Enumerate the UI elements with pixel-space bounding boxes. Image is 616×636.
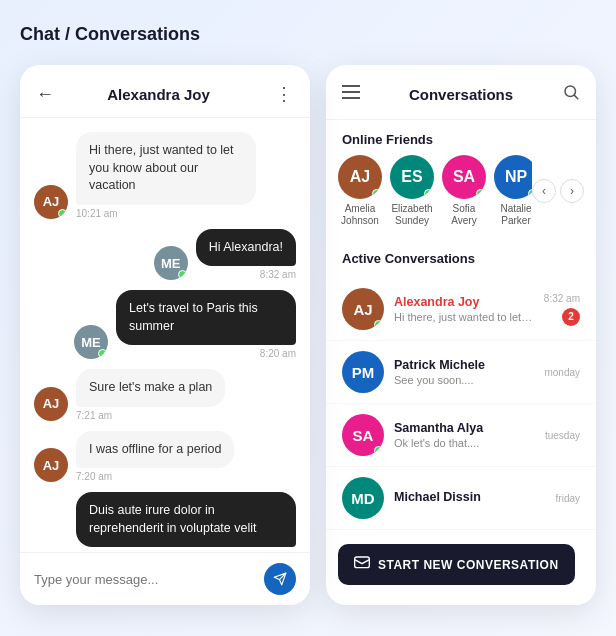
bubble-text: Hi there, just wanted to let you know ab… [76,132,256,205]
conv-time: tuesday [545,430,580,441]
online-friends-label: Online Friends [326,120,596,155]
prev-arrow[interactable]: ‹ [532,179,556,203]
bubble-text: I was offline for a period [76,431,234,469]
conv-meta: tuesday [545,430,580,441]
conv-preview: See you soon.... [394,374,534,386]
conv-time: monday [544,367,580,378]
conv-info: Alexandra Joy Hi there, just wanted to l… [394,295,534,323]
bubble-text: Hi Alexandra! [196,229,296,267]
message-bubble-sent-long: Duis aute irure dolor in reprehenderit i… [76,492,296,547]
start-conv-label: START NEW CONVERSATION [378,558,559,572]
message-time: 10:21 am [76,208,256,219]
conv-avatar: SA [342,414,384,456]
send-button[interactable] [264,563,296,595]
avatar: AJ [34,448,68,482]
conv-name: Samantha Alya [394,421,535,435]
unread-badge: 2 [562,308,580,326]
conversation-item[interactable]: AJ Alexandra Joy Hi there, just wanted t… [326,278,596,341]
friend-item[interactable]: SA SofiaAvery [442,155,486,227]
start-conversation-button[interactable]: START NEW CONVERSATION [338,544,575,585]
conv-name: Michael Dissin [394,490,546,504]
message-row: AJ Hi there, just wanted to let you know… [34,132,296,219]
message-row: AJ Sure let's make a plan 7:21 am [34,369,296,421]
online-dot [424,189,433,198]
bubble-text: Duis aute irure dolor in reprehenderit i… [76,492,296,547]
conv-avatar: MD [342,477,384,519]
conv-meta: friday [556,493,580,504]
avatar: ME [74,325,108,359]
message-bubble-sent: Let's travel to Paris this summer 8:20 a… [116,290,296,359]
conversations-header: Conversations [326,65,596,120]
active-conversations-list: AJ Alexandra Joy Hi there, just wanted t… [326,274,596,534]
chat-menu-button[interactable]: ⋮ [275,83,294,105]
conversation-item[interactable]: MD Michael Dissin friday [326,467,596,530]
message-bubble-received: Hi there, just wanted to let you know ab… [76,132,256,219]
online-dot [374,446,383,455]
conversation-item[interactable]: PM Patrick Michele See you soon.... mond… [326,341,596,404]
message-row: Duis aute irure dolor in reprehenderit i… [34,492,296,547]
friend-item[interactable]: AJ AmeliaJohnson [338,155,382,227]
conv-info: Michael Dissin [394,490,546,506]
avatar: AJ [34,387,68,421]
chat-panel: ← Alexandra Joy ⋮ AJ Hi there, just want… [20,65,310,605]
conv-preview: Hi there, just wanted to let you know...… [394,311,534,323]
conversations-title: Conversations [360,86,562,103]
conv-info: Patrick Michele See you soon.... [394,358,534,386]
search-button[interactable] [562,83,580,105]
conversation-item[interactable]: SA Samantha Alya Ok let's do that.... tu… [326,404,596,467]
online-friends-list: AJ AmeliaJohnson ES ElizabethSundey [334,155,532,227]
hamburger-button[interactable] [342,85,360,103]
friend-item[interactable]: NP NatalieParker [494,155,532,227]
online-dot [372,189,381,198]
message-row: Let's travel to Paris this summer 8:20 a… [34,290,296,359]
online-indicator [58,209,67,218]
friend-avatar: NP [494,155,532,199]
page-background: Chat / Conversations ← Alexandra Joy ⋮ A… [0,0,616,636]
message-time: 8:32 am [260,269,296,280]
conversations-body: Online Friends AJ AmeliaJohnson [326,120,596,605]
next-arrow[interactable]: › [560,179,584,203]
online-dot [374,320,383,329]
friend-name: ElizabethSundey [391,203,432,227]
conv-meta: monday [544,367,580,378]
message-time: 7:21 am [76,410,225,421]
page-title: Chat / Conversations [20,24,596,45]
message-bubble-received: Sure let's make a plan 7:21 am [76,369,225,421]
friend-name: NatalieParker [500,203,531,227]
conv-info: Samantha Alya Ok let's do that.... [394,421,535,449]
online-indicator [178,270,187,279]
conv-time: friday [556,493,580,504]
friend-name: AmeliaJohnson [341,203,379,227]
back-button[interactable]: ← [36,84,54,105]
conv-avatar: PM [342,351,384,393]
panels-container: ← Alexandra Joy ⋮ AJ Hi there, just want… [20,65,596,605]
online-indicator [98,349,107,358]
message-time: 7:20 am [76,471,234,482]
online-dot [528,189,532,198]
message-row: Hi Alexandra! 8:32 am ME [34,229,296,281]
message-bubble-received: I was offline for a period 7:20 am [76,431,234,483]
chat-contact-name: Alexandra Joy [66,86,251,103]
send-icon [273,572,287,586]
conv-avatar: AJ [342,288,384,330]
conversations-panel: Conversations Online Friends [326,65,596,605]
chat-input-area [20,552,310,605]
chat-header: ← Alexandra Joy ⋮ [20,65,310,118]
friend-avatar: AJ [338,155,382,199]
avatar: ME [154,246,188,280]
active-conversations-label: Active Conversations [326,239,596,274]
bubble-text: Let's travel to Paris this summer [116,290,296,345]
message-input[interactable] [34,572,254,587]
message-bubble-sent: Hi Alexandra! 8:32 am [196,229,296,281]
bubble-text: Sure let's make a plan [76,369,225,407]
conv-name: Patrick Michele [394,358,534,372]
friend-item[interactable]: ES ElizabethSundey [390,155,434,227]
start-conv-icon [354,556,370,573]
friend-name: SofiaAvery [451,203,476,227]
friend-avatar: ES [390,155,434,199]
conv-name: Alexandra Joy [394,295,534,309]
svg-rect-4 [355,557,370,568]
nav-arrows: ‹ › [532,179,588,203]
avatar: AJ [34,185,68,219]
conv-time: 8:32 am [544,293,580,304]
